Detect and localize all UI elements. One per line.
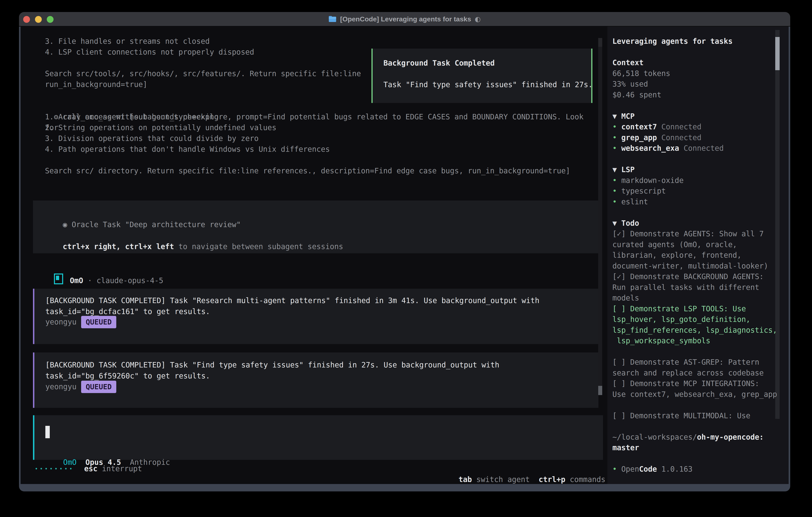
sidebar-line [612, 400, 788, 410]
sidebar-line: [ ] Demonstrate MULTIMODAL: Use [612, 410, 788, 421]
sidebar-line [612, 421, 788, 432]
status-badge: QUEUED [81, 316, 116, 328]
task-message-footer: yeongyu QUEUED [46, 316, 116, 329]
text-segment: • [612, 465, 621, 473]
text-segment: grep_app [621, 133, 657, 142]
separator-dot: · [83, 276, 96, 285]
sidebar-line: • eslint [612, 196, 788, 207]
terminal-line: 2. String operations on potentially unde… [45, 123, 570, 133]
text-segment: context7 [621, 123, 657, 131]
background-task-message: [BACKGROUND TASK COMPLETED] Task "Resear… [33, 289, 599, 344]
sidebar-line: Use context7, websearch_exa, grep_app [612, 389, 788, 400]
username-label: yeongyu [46, 317, 77, 327]
sidebar-line [612, 154, 788, 165]
record-icon: ◉ [63, 220, 67, 229]
esc-key-hint: esc [84, 463, 97, 474]
text-segment: models [612, 294, 639, 302]
main-scrollbar-thumb[interactable] [598, 386, 602, 395]
status-badge: QUEUED [81, 381, 116, 393]
main-scrollbar[interactable] [598, 38, 602, 395]
sidebar-line [612, 346, 788, 357]
sidebar-line: 66,518 tokens [612, 68, 788, 79]
text-segment: Connected [679, 144, 724, 153]
oracle-task-panel: ◉ Oracle Task "Deep architecture review"… [33, 200, 599, 253]
statusbar-left: •••••••• esc interrupt [35, 463, 142, 474]
text-segment: Connected [657, 133, 701, 142]
text-segment: ▼ [612, 165, 621, 174]
sidebar-line: [ ] Demonstrate LSP TOOLS: Use [612, 303, 788, 314]
task-message-line1: [BACKGROUND TASK COMPLETED] Task "Resear… [46, 295, 540, 306]
folder-icon [328, 16, 337, 22]
sidebar-line: ▼ MCP [612, 111, 788, 122]
terminal-line: run_in_background=true] [45, 79, 361, 90]
sidebar-line: master [612, 442, 788, 453]
tab-key-label: switch agent [472, 475, 530, 484]
sidebar-line: 33% used [612, 79, 788, 89]
sidebar-line [612, 453, 788, 464]
agent-name: OmO [70, 276, 83, 285]
hint-text: to navigate between subagent sessions [174, 242, 343, 251]
text-segment: 33% used [612, 80, 648, 88]
text-segment: MCP [621, 112, 635, 120]
text-segment: librarian, explore, frontend, [612, 251, 742, 260]
text-segment: [ ] Demonstrate MULTIMODAL: Use [612, 411, 751, 420]
background-task-notification: Background Task Completed Task "Find typ… [371, 49, 592, 103]
username-label: yeongyu [46, 381, 77, 392]
text-segment: [ ] Demonstrate AST-GREP: Pattern [612, 358, 759, 366]
sidebar-line: Run parallel tasks with different [612, 282, 788, 293]
text-segment: ▼ [612, 219, 621, 227]
text-cursor [46, 426, 50, 438]
sidebar-line [612, 47, 788, 58]
text-segment: 1.0.163 [657, 465, 693, 473]
sidebar-line: models [612, 293, 788, 303]
commands-key-label: commands [566, 475, 605, 484]
text-segment: LSP [621, 165, 635, 174]
window-title: [OpenCode] Leveraging agents for tasks [340, 15, 471, 23]
sidebar-line: • websearch_exa Connected [612, 143, 788, 154]
text-segment: • [612, 133, 621, 142]
text-segment: markdown-oxide [621, 176, 684, 185]
text-segment: [ ] Demonstrate MCP INTEGRATIONS: [612, 379, 759, 388]
text-segment: lsp_hover, lsp_goto_definition, [612, 315, 751, 324]
task-message-line2: task_id="bg_6f59260c" to get results. [46, 371, 210, 381]
background-task-message: [BACKGROUND TASK COMPLETED] Task "Find t… [33, 352, 599, 408]
text-segment: ▼ [612, 112, 621, 120]
text-segment: Code [639, 465, 657, 473]
sidebar-line [612, 207, 788, 218]
text-segment: ~/local-workspaces/ [612, 433, 697, 441]
task-message-footer: yeongyu QUEUED [46, 380, 116, 393]
window-border-left [19, 27, 21, 484]
terminal-line: Search src/ directory. Return specific f… [45, 166, 570, 176]
text-segment: search and replace across codebase [612, 369, 764, 377]
text-segment: document-writer, multimodal-looker) [612, 262, 768, 270]
text-segment: lsp_workspace_symbols [612, 336, 710, 345]
terminal-line [45, 58, 361, 69]
window-border-right [789, 27, 790, 484]
chat-transcript-top: 3. File handles or streams not closed4. … [45, 36, 361, 90]
activity-dots-icon: •••••••• [35, 463, 74, 474]
terminal-line: 3. Division operations that could divide… [45, 133, 570, 144]
sidebar-line: [ ] Demonstrate MCP INTEGRATIONS: [612, 378, 788, 389]
notification-body: Task "Find type safety issues" finished … [383, 79, 592, 90]
sidebar-line: librarian, explore, frontend, [612, 250, 788, 261]
terminal-line: 4. Path operations that don't handle Win… [45, 144, 570, 155]
text-segment: typescript [621, 187, 666, 195]
sidebar-line: ~/local-workspaces/oh-my-opencode: [612, 432, 788, 443]
agent-header: OmO · claude-opus-4-5 [45, 263, 163, 286]
sidebar-line: ▼ Todo [612, 218, 788, 229]
text-segment: [✓] Demonstrate BACKGROUND AGENTS: [612, 272, 764, 281]
prompt-input[interactable]: OmO Opus 4.5 Anthropic [33, 415, 603, 460]
sidebar-line: • markdown-oxide [612, 175, 788, 186]
terminal-line: 1. Array access without bounds checking [45, 112, 570, 123]
session-loading-indicator: ◐ [475, 15, 481, 23]
text-segment: websearch_exa [621, 144, 679, 153]
sidebar-line: search and replace across codebase [612, 368, 788, 378]
text-segment: oh-my-opencode: [697, 433, 764, 441]
text-segment: • [612, 123, 621, 131]
sidebar-content: Leveraging agents for tasksContext66,518… [612, 36, 788, 474]
sidebar-line: $0.46 spent [612, 89, 788, 100]
text-segment: [ ] Demonstrate LSP TOOLS: Use [612, 304, 746, 313]
text-segment: • [612, 176, 621, 185]
task-message-line1: [BACKGROUND TASK COMPLETED] Task "Find t… [46, 360, 499, 371]
statusbar-right: tab switch agent ctrl+p commands [380, 463, 605, 485]
